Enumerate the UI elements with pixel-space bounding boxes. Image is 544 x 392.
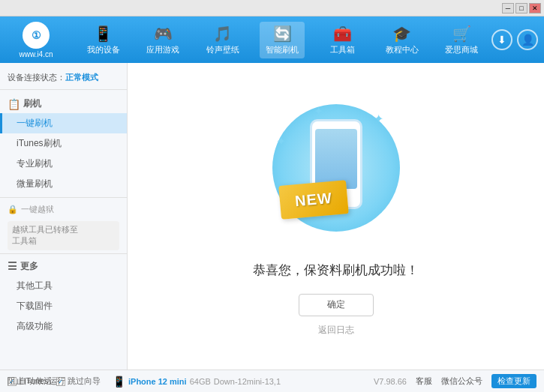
stop-itunes-link[interactable]: 阻止iTunes运行 xyxy=(8,376,65,387)
wechat-link[interactable]: 微信公众号 xyxy=(441,376,482,387)
sidebar-item-pro-flash[interactable]: 专业刷机 xyxy=(0,154,127,174)
logo-subtext: www.i4.cn xyxy=(19,50,53,58)
device-name: iPhone 12 mini xyxy=(128,377,187,386)
bottom-right: V7.98.66 客服 微信公众号 检查更新 xyxy=(374,374,536,388)
check-update-button[interactable]: 检查更新 xyxy=(491,374,536,388)
nav-item-apps-games-label: 应用游戏 xyxy=(146,44,179,55)
sidebar-item-micro-flash[interactable]: 微量刷机 xyxy=(0,174,127,194)
device-status-bar: 设备连接状态：正常模式 xyxy=(0,69,127,90)
sidebar-jailbreak-section: 🔒 一键越狱 xyxy=(0,201,127,218)
sparkle-2: ✦ xyxy=(276,134,286,148)
customer-service-link[interactable]: 客服 xyxy=(416,376,432,387)
nav-item-smart-flash[interactable]: 🔄 智能刷机 xyxy=(260,22,305,58)
back-link[interactable]: 返回日志 xyxy=(318,324,354,337)
phone-screen xyxy=(315,129,357,189)
nav-item-my-device[interactable]: 📱 我的设备 xyxy=(81,22,126,58)
tutorial-icon: 🎓 xyxy=(392,25,411,43)
sidebar-divider-1 xyxy=(0,197,127,198)
close-button[interactable]: ✕ xyxy=(529,3,541,13)
jailbreak-notice-text: 越狱工具已转移至工具箱 xyxy=(12,225,78,245)
device-model: Down-12mini-13,1 xyxy=(214,377,281,386)
more-group-label: 更多 xyxy=(20,260,38,273)
sidebar-item-other-tools[interactable]: 其他工具 xyxy=(0,276,127,296)
jailbreak-label: 一键越狱 xyxy=(21,204,54,215)
nav-bar: ① www.i4.cn 📱 我的设备 🎮 应用游戏 🎵 铃声壁纸 🔄 智能刷机 … xyxy=(0,16,544,63)
nav-item-wallpaper-label: 铃声壁纸 xyxy=(206,44,239,55)
title-bar: ─ □ ✕ xyxy=(0,0,544,16)
sidebar-flash-group: 📋 刷机 xyxy=(0,94,127,113)
sidebar-item-itunes-flash[interactable]: iTunes刷机 xyxy=(0,133,127,154)
phone-illustration: ✦ ✦ ✦ NEW xyxy=(269,97,404,247)
sidebar-divider-2 xyxy=(0,253,127,254)
wallpaper-icon: 🎵 xyxy=(213,25,232,43)
version-text: V7.98.66 xyxy=(374,377,407,386)
status-label: 设备连接状态： xyxy=(8,73,65,82)
nav-item-toolbox[interactable]: 🧰 工具箱 xyxy=(320,22,365,58)
device-storage: 64GB xyxy=(190,377,211,386)
nav-item-toolbox-label: 工具箱 xyxy=(330,44,355,55)
more-group-icon: ☰ xyxy=(8,260,17,272)
sidebar-more-group: ☰ 更多 xyxy=(0,257,127,276)
new-ribbon-text: NEW xyxy=(294,189,332,209)
nav-item-smart-flash-label: 智能刷机 xyxy=(266,44,299,55)
content-area: ✦ ✦ ✦ NEW 恭喜您，保资料刷机成功啦！ 确定 返回日志 xyxy=(128,63,544,370)
user-button[interactable]: 👤 xyxy=(517,29,538,50)
smart-flash-icon: 🔄 xyxy=(273,25,292,43)
app-logo: ① www.i4.cn xyxy=(6,22,66,58)
store-icon: 🛒 xyxy=(452,25,471,43)
nav-item-store-label: 爱思商城 xyxy=(445,44,478,55)
apps-games-icon: 🎮 xyxy=(154,25,173,43)
status-value: 正常模式 xyxy=(65,73,98,82)
sidebar-item-advanced[interactable]: 高级功能 xyxy=(0,316,127,337)
confirm-button-label: 确定 xyxy=(327,298,345,311)
nav-item-tutorial[interactable]: 🎓 教程中心 xyxy=(380,22,425,58)
skip-wizard-label: 跳过向导 xyxy=(68,376,101,387)
success-text: 恭喜您，保资料刷机成功啦！ xyxy=(253,262,419,279)
device-info: 📱 iPhone 12 mini 64GB Down-12mini-13,1 xyxy=(113,376,281,388)
maximize-button[interactable]: □ xyxy=(515,3,527,13)
sparkle-3: ✦ xyxy=(314,104,323,118)
check-update-label: 检查更新 xyxy=(497,376,530,385)
toolbox-icon: 🧰 xyxy=(333,25,352,43)
nav-item-tutorial-label: 教程中心 xyxy=(386,44,419,55)
main-area: 设备连接状态：正常模式 📋 刷机 一键刷机 iTunes刷机 专业刷机 微量刷机… xyxy=(0,63,544,370)
device-phone-icon: 📱 xyxy=(113,376,125,388)
minimize-button[interactable]: ─ xyxy=(502,3,514,13)
bottom-bar: ✓ 自动敛活 ✓ 跳过向导 📱 iPhone 12 mini 64GB Down… xyxy=(0,370,544,392)
download-icon: ⬇ xyxy=(497,34,506,46)
nav-item-store[interactable]: 🛒 爱思商城 xyxy=(439,22,484,58)
nav-item-apps-games[interactable]: 🎮 应用游戏 xyxy=(140,22,185,58)
flash-group-label: 刷机 xyxy=(23,97,41,110)
sparkle-1: ✦ xyxy=(374,112,383,126)
logo-icon: ① xyxy=(32,29,41,41)
stop-itunes-bar: 阻止iTunes运行 xyxy=(0,370,65,392)
download-button[interactable]: ⬇ xyxy=(491,29,512,50)
lock-icon: 🔒 xyxy=(8,205,18,214)
sidebar: 设备连接状态：正常模式 📋 刷机 一键刷机 iTunes刷机 专业刷机 微量刷机… xyxy=(0,63,128,370)
nav-items: 📱 我的设备 🎮 应用游戏 🎵 铃声壁纸 🔄 智能刷机 🧰 工具箱 🎓 教程中心… xyxy=(74,22,491,58)
sidebar-item-one-key-flash[interactable]: 一键刷机 xyxy=(0,113,127,133)
sidebar-jailbreak-notice: 越狱工具已转移至工具箱 xyxy=(8,221,119,250)
nav-item-my-device-label: 我的设备 xyxy=(87,44,120,55)
flash-group-icon: 📋 xyxy=(8,98,20,110)
user-icon: 👤 xyxy=(521,34,534,46)
nav-right: ⬇ 👤 xyxy=(491,29,538,50)
nav-item-wallpaper[interactable]: 🎵 铃声壁纸 xyxy=(200,22,245,58)
new-ribbon: NEW xyxy=(278,180,349,220)
logo-circle: ① xyxy=(23,22,50,49)
my-device-icon: 📱 xyxy=(94,25,113,43)
confirm-button[interactable]: 确定 xyxy=(299,294,374,316)
sidebar-item-download-firmware[interactable]: 下载固件 xyxy=(0,296,127,316)
